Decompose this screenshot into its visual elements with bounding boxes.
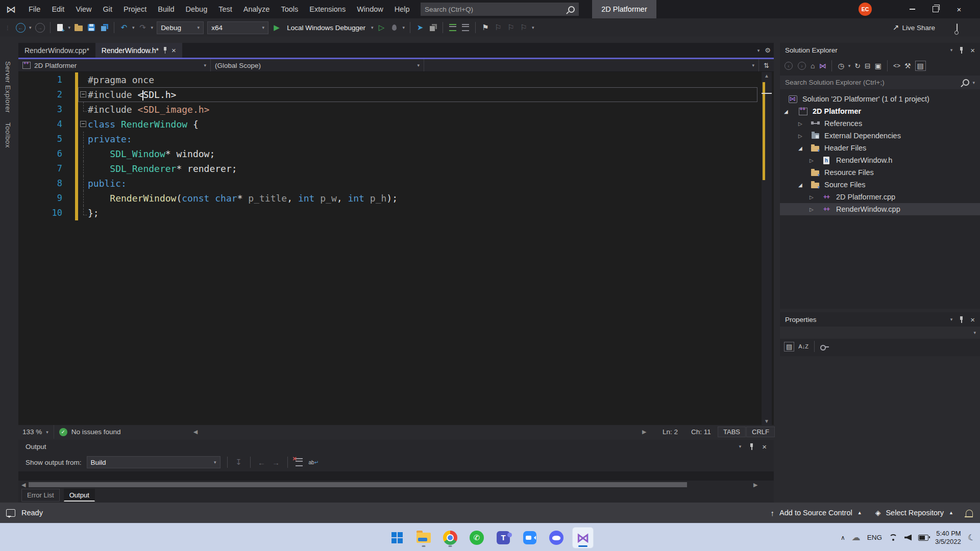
wifi-icon[interactable] (889, 534, 898, 541)
taskbar-start-icon[interactable] (387, 528, 407, 548)
properties-wrench-icon[interactable]: ⚒ (904, 62, 911, 70)
tree-expander-icon[interactable]: ▷ (810, 207, 814, 212)
save-all-icon[interactable] (100, 24, 109, 32)
fold-collapse-icon[interactable]: − (80, 91, 86, 97)
add-to-source-control-caret[interactable]: ▲ (857, 510, 862, 515)
code-line[interactable]: 10}; (18, 206, 762, 220)
health-status[interactable]: No issues found (71, 428, 121, 436)
categorized-icon[interactable]: ▤ (784, 342, 794, 352)
previous-message-icon[interactable]: ← (257, 458, 266, 467)
active-project-button[interactable]: 2D Platformer (592, 0, 656, 18)
clear-bookmarks-icon[interactable]: ⚐ (519, 23, 528, 32)
do-not-disturb-moon-icon[interactable]: ☾ (966, 532, 976, 543)
taskbar-chrome-icon[interactable] (440, 528, 460, 548)
tree-item[interactable]: Resource Files (780, 166, 980, 179)
taskbar-discord-icon[interactable] (546, 528, 567, 548)
toggle-bookmark-icon[interactable]: ⚑ (481, 23, 490, 32)
tree-expander-icon[interactable]: ▷ (798, 121, 802, 127)
undo-typing-icon[interactable] (461, 24, 470, 31)
output-window-dropdown[interactable]: ▾ (739, 444, 742, 449)
document-tab[interactable]: RenderWindow.cpp* (18, 43, 95, 58)
line-ending-badge[interactable]: CRLF (746, 427, 775, 437)
add-to-source-control-button[interactable]: Add to Source Control (779, 509, 852, 517)
navigate-back-button[interactable]: ← (16, 23, 26, 33)
undo-dropdown[interactable]: ▾ (132, 25, 135, 30)
scrollbar-thumb[interactable] (29, 482, 687, 487)
sidebar-tab-toolbox[interactable]: Toolbox (4, 122, 12, 148)
tree-expander-icon[interactable]: ◢ (798, 182, 802, 188)
notifications-bell-icon[interactable] (966, 510, 973, 516)
tree-expander-icon[interactable]: ▷ (798, 133, 802, 139)
taskbar-file-explorer-icon[interactable] (413, 528, 434, 548)
document-tab[interactable]: RenderWindow.h*× (95, 43, 182, 58)
volume-icon[interactable] (904, 535, 912, 541)
scope-dropdown[interactable]: (Global Scope)▾ (211, 59, 424, 71)
code-line[interactable]: 1#pragma once (18, 72, 762, 87)
avatar[interactable]: EC (859, 3, 872, 16)
scroll-up-icon[interactable]: ▲ (762, 73, 772, 79)
tree-item[interactable]: ◢Source Files (780, 179, 980, 191)
tree-expander-icon[interactable]: ▷ (810, 194, 814, 200)
back-icon[interactable]: ‹ (784, 62, 793, 70)
split-window-icon[interactable]: ⇅ (759, 59, 774, 71)
tree-item[interactable]: ▷++2D Platformer.cpp (780, 191, 980, 203)
debugger-target-dropdown[interactable]: ▾ (371, 25, 374, 30)
menu-window[interactable]: Window (351, 0, 389, 18)
menu-help[interactable]: Help (389, 0, 415, 18)
tree-expander-icon[interactable]: ▷ (810, 158, 814, 163)
tray-overflow-chevron-icon[interactable]: ∧ (841, 534, 845, 541)
output-horizontal-scrollbar[interactable]: ◀ ▶ (18, 481, 774, 489)
property-pages-key-icon[interactable] (820, 346, 827, 349)
open-file-icon[interactable] (74, 24, 83, 31)
code-line[interactable]: 4−class RenderWindow { (18, 117, 762, 132)
taskbar-zoom-icon[interactable] (520, 528, 540, 548)
member-dropdown[interactable]: ▾ (424, 59, 759, 71)
battery-icon[interactable] (918, 535, 928, 541)
pin-icon[interactable] (959, 47, 964, 54)
hscroll-left-icon[interactable]: ◀ (21, 482, 26, 488)
previous-bookmark-icon[interactable]: ⚐ (494, 23, 503, 32)
menu-tools[interactable]: Tools (275, 0, 304, 18)
zoom-level[interactable]: 133 % (22, 428, 42, 436)
scroll-down-icon[interactable]: ▼ (762, 418, 772, 424)
hot-reload-icon[interactable] (390, 24, 399, 31)
undo-icon[interactable]: ↶ (119, 23, 129, 32)
zoom-dropdown[interactable]: ▾ (46, 430, 48, 435)
document-list-dropdown[interactable]: ▾ (757, 48, 760, 53)
tree-expander-icon[interactable]: ◢ (784, 109, 788, 114)
close-icon[interactable]: × (970, 46, 975, 55)
minimize-button[interactable] (900, 0, 924, 18)
output-source-select[interactable]: Build▾ (87, 456, 220, 468)
new-item-dropdown[interactable]: ▾ (68, 25, 71, 30)
panel-tab-output[interactable]: Output (64, 489, 95, 502)
preview-selected-items-icon[interactable]: ▤ (915, 61, 926, 71)
refresh-icon[interactable]: ↻ (854, 62, 861, 70)
menu-test[interactable]: Test (213, 0, 238, 18)
code-line[interactable]: 8public: (18, 176, 762, 191)
tree-item[interactable]: ⋈Solution '2D Platformer' (1 of 1 projec… (780, 93, 980, 105)
redo-icon[interactable]: ↷ (138, 23, 148, 32)
navigate-forward-button[interactable]: → (35, 23, 45, 33)
hot-reload-dropdown[interactable]: ▾ (403, 25, 405, 30)
start-debugging-icon[interactable]: ▶ (272, 23, 281, 32)
clear-all-icon[interactable] (295, 458, 304, 466)
forward-icon[interactable]: › (797, 62, 806, 70)
switch-views-icon[interactable]: ⋈ (819, 62, 826, 70)
next-bookmark-icon[interactable]: ⚐ (506, 23, 516, 32)
object-select[interactable]: ▾ (780, 327, 980, 339)
tree-item[interactable]: ▷External Dependencies (780, 130, 980, 142)
menu-project[interactable]: Project (118, 0, 152, 18)
editor-options-gear-icon[interactable]: ⚙ (765, 46, 771, 54)
save-icon[interactable] (87, 24, 96, 31)
menu-view[interactable]: View (70, 0, 97, 18)
menu-git[interactable]: Git (97, 0, 118, 18)
hscroll-right-icon[interactable]: ▶ (753, 482, 757, 488)
panel-tab-error-list[interactable]: Error List (21, 489, 60, 502)
sidebar-tab-server-explorer[interactable]: Server Explorer (4, 61, 12, 113)
tree-item[interactable]: ▷hRenderWindow.h (780, 154, 980, 166)
debugger-target-label[interactable]: Local Windows Debugger (287, 24, 365, 32)
code-editor[interactable]: ▲ ▼ 1#pragma once2−#include <SDL.h>3#inc… (18, 72, 774, 425)
new-project-icon[interactable] (56, 24, 65, 31)
panel-dropdown[interactable]: ▾ (950, 317, 953, 322)
menu-edit[interactable]: Edit (46, 0, 70, 18)
